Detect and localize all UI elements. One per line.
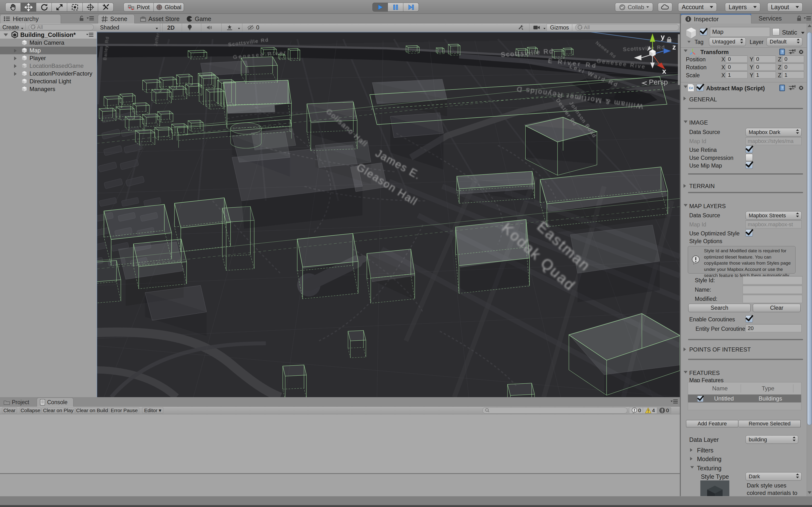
- svg-text:x: x: [662, 67, 666, 75]
- svg-text:?: ?: [781, 86, 783, 90]
- svg-text:C#: C#: [689, 86, 693, 90]
- svg-text:y: y: [661, 33, 665, 41]
- svg-text:z: z: [672, 43, 676, 51]
- svg-text:?: ?: [781, 50, 783, 54]
- svg-text:Persp: Persp: [649, 78, 668, 86]
